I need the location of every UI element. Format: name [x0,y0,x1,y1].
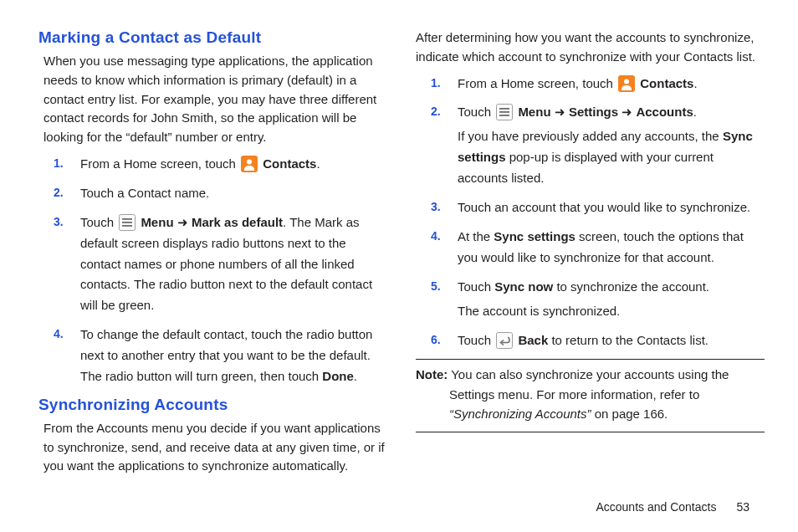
text: . [693,76,697,90]
footer-section: Accounts and Contacts [596,500,716,514]
intro-marking-default: When you use messaging type applications… [38,52,387,149]
text: You can also synchronize your accounts u… [448,367,729,401]
contacts-icon [618,75,635,92]
menu-icon [496,104,513,120]
heading-marking-default: Marking a Contact as Default [38,28,387,47]
text: If you have previously added any account… [458,129,723,143]
text: At the [458,229,494,243]
steps-sync: From a Home screen, touch Contacts. Touc… [416,74,765,351]
footer-page-number: 53 [736,500,749,514]
step-3: Touch Menu ➜ Mark as default. The Mark a… [77,212,387,316]
left-column: Marking a Contact as Default When you us… [38,28,387,483]
arrow-icon: ➜ [174,215,192,229]
step-3: Touch an account that you would like to … [454,197,765,218]
contacts-label: Contacts [640,76,693,90]
settings-label: Settings [569,105,618,119]
menu-icon [119,214,136,231]
step-5: Touch Sync now to synchronize the accoun… [454,277,765,322]
step-4: At the Sync settings screen, touch the o… [454,227,765,269]
text: The account is synchronized. [458,304,620,318]
note-label: Note: [416,367,448,381]
svg-rect-4 [122,222,132,223]
heading-sync-accounts: Synchronizing Accounts [38,396,387,414]
svg-point-1 [247,159,252,164]
intro-sync-accounts: From the Accounts menu you decide if you… [38,419,387,478]
page-footer: Accounts and Contacts53 [596,500,749,514]
text: Touch [458,333,494,347]
intro-right: After determining how you want the accou… [416,28,765,69]
sync-now-label: Sync now [494,279,553,294]
svg-rect-9 [499,108,509,110]
text: . [693,105,697,119]
svg-rect-3 [122,218,132,220]
note-divider-bottom [416,432,765,432]
text: . [354,369,357,383]
svg-rect-11 [499,115,509,116]
menu-label: Menu [141,215,173,229]
text: to synchronize the account. [553,279,709,294]
accounts-label: Accounts [636,105,693,119]
contacts-icon [241,156,258,172]
arrow-icon: ➜ [551,105,569,119]
svg-rect-5 [122,225,132,227]
step-1: From a Home screen, touch Contacts. [454,74,765,95]
text: From a Home screen, touch [80,156,239,171]
step-6: Touch Back to return to the Contacts lis… [454,330,765,351]
back-label: Back [518,333,548,347]
note-divider-top [416,359,765,360]
steps-marking-default: From a Home screen, touch Contacts. Touc… [38,154,387,387]
right-column: After determining how you want the accou… [416,28,765,483]
step-2: Touch a Contact name. [77,183,387,204]
contacts-label: Contacts [263,156,316,171]
sync-settings-label: Sync settings [494,229,575,243]
text: From a Home screen, touch [458,76,616,90]
svg-point-7 [624,79,629,84]
arrow-icon: ➜ [618,105,636,119]
step-1: From a Home screen, touch Contacts. [77,154,387,175]
step-2: Touch Menu ➜ Settings ➜ Accounts. If you… [454,102,765,189]
text: Touch [458,279,494,294]
note-text: Note: You can also synchronize your acco… [416,365,765,423]
back-icon [496,332,513,349]
mark-default-label: Mark as default [192,215,283,229]
note-ref: “Synchronizing Accounts” [449,407,591,421]
text: to return to the Contacts list. [548,333,708,347]
text: Touch [458,105,494,119]
text: on page 166. [591,407,668,421]
svg-rect-10 [499,111,509,113]
step-4: To change the default contact, touch the… [77,325,387,387]
text: . [316,156,320,171]
done-label: Done [322,369,354,383]
menu-label: Menu [518,105,550,119]
text: Touch [80,215,117,229]
page-body: Marking a Contact as Default When you us… [0,0,798,483]
